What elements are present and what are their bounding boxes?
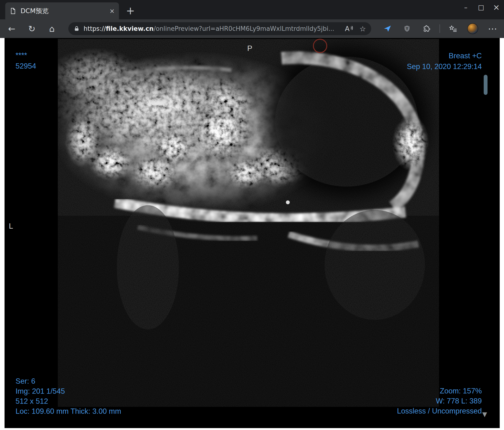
add-favorite-icon[interactable]: ☆ (360, 25, 366, 33)
extensions-puzzle-icon[interactable] (420, 22, 433, 35)
browser-tab[interactable]: DCM预览 × (5, 2, 119, 19)
window-controls: – □ × (458, 0, 504, 14)
profile-avatar[interactable] (467, 23, 478, 34)
image-number: Img: 201 1/545 (16, 386, 121, 396)
favorites-icon[interactable] (446, 22, 459, 35)
titlebar: DCM预览 × + – □ × (0, 0, 504, 19)
window-level: W: 778 L: 389 (397, 396, 482, 406)
tab-title: DCM预览 (20, 7, 107, 15)
page-background: **** 52954 P Breast +C Sep 10, 2020 12:2… (0, 38, 504, 430)
slice-location: Loc: 109.60 mm Thick: 3.00 mm (16, 406, 121, 416)
address-bar[interactable]: https://file.kkview.cn/onlinePreview?url… (68, 22, 371, 35)
viewer-scrollbar-thumb[interactable] (484, 75, 487, 95)
mri-image (5, 38, 500, 428)
browser-window: DCM预览 × + – □ × ← ↻ ⌂ https://file.kkvie… (0, 0, 504, 430)
home-button[interactable]: ⌂ (45, 22, 59, 36)
minimize-button[interactable]: – (458, 0, 473, 14)
read-aloud-icon[interactable]: A (345, 25, 354, 33)
new-tab-button[interactable]: + (124, 4, 137, 17)
lock-icon[interactable] (73, 26, 80, 32)
image-matrix: 512 x 512 (16, 396, 121, 406)
back-button[interactable]: ← (5, 22, 19, 36)
zoom-level: Zoom: 157% (397, 386, 482, 396)
scroll-down-arrow[interactable]: ▼ (482, 411, 487, 418)
close-button[interactable]: × (489, 0, 504, 14)
url-path: /onlinePreview?url=aHR0cHM6Ly9maWxlLmtrd… (153, 25, 334, 32)
series-number: Ser: 6 (16, 376, 121, 386)
tab-close-icon[interactable]: × (109, 7, 115, 15)
extension-send-icon[interactable] (381, 22, 394, 35)
orientation-marker-left: L (9, 222, 13, 231)
read-aloud-letter: A (345, 25, 350, 33)
maximize-button[interactable]: □ (473, 0, 489, 14)
overlay-bottom-right: Zoom: 157% W: 778 L: 389 Lossless / Unco… (397, 386, 482, 416)
patient-id-number: 52954 (16, 61, 36, 72)
overlay-bottom-left: Ser: 6 Img: 201 1/545 512 x 512 Loc: 109… (16, 376, 121, 416)
shield-letter: T (406, 27, 408, 31)
overlay-top-left: **** 52954 (16, 50, 36, 72)
extension-shield-icon[interactable]: T (400, 22, 414, 35)
overlay-top-right: Breast +C Sep 10, 2020 12:29:14 (407, 50, 482, 72)
url-text: https://file.kkview.cn/onlinePreview?url… (84, 25, 339, 32)
document-icon (9, 7, 17, 15)
toolbar-divider (440, 24, 440, 33)
study-description: Breast +C (407, 50, 482, 61)
navigation-bar: ← ↻ ⌂ https://file.kkview.cn/onlinePrevi… (0, 19, 504, 38)
compression-info: Lossless / Uncompressed (397, 406, 482, 416)
dicom-viewport[interactable]: **** 52954 P Breast +C Sep 10, 2020 12:2… (5, 38, 500, 428)
annotation-circle (313, 39, 327, 53)
patient-id-masked: **** (16, 50, 36, 61)
url-scheme: https:// (84, 25, 106, 32)
study-datetime: Sep 10, 2020 12:29:14 (407, 61, 482, 72)
settings-menu-icon[interactable]: ⋯ (486, 22, 499, 35)
refresh-button[interactable]: ↻ (25, 22, 39, 36)
url-domain: file.kkview.cn (106, 25, 153, 32)
orientation-marker-posterior: P (247, 44, 252, 53)
